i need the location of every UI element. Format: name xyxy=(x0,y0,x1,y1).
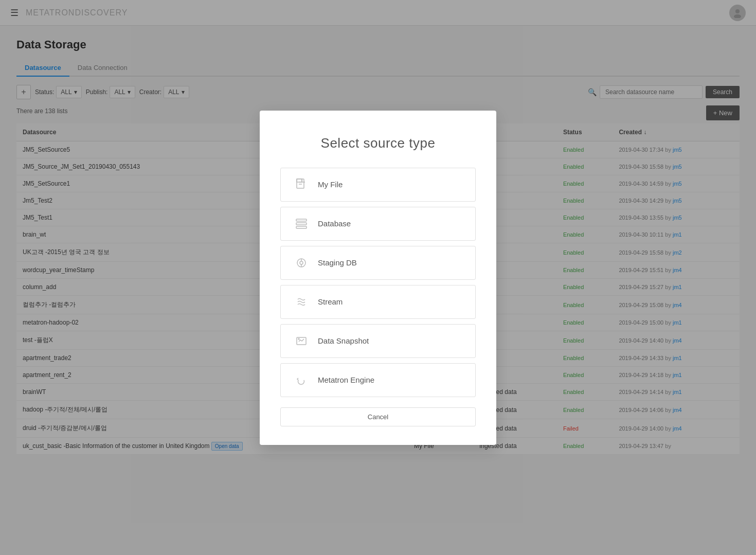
svg-rect-5 xyxy=(297,179,302,182)
modal-overlay[interactable]: Select source type My File Database Stag… xyxy=(0,0,756,467)
snapshot-icon xyxy=(293,333,310,349)
source-option-label: Database xyxy=(318,219,351,228)
source-option-stream[interactable]: Stream xyxy=(280,285,476,319)
modal-options: My File Database Staging DB Stream Data … xyxy=(280,168,476,397)
stream-icon xyxy=(293,294,310,310)
cancel-button[interactable]: Cancel xyxy=(280,407,476,426)
database-icon xyxy=(293,216,310,232)
svg-rect-8 xyxy=(296,226,307,228)
svg-point-10 xyxy=(300,261,303,264)
modal-dialog: Select source type My File Database Stag… xyxy=(260,111,496,445)
file-icon xyxy=(293,176,310,193)
svg-point-14 xyxy=(298,338,299,339)
svg-rect-7 xyxy=(296,223,307,225)
source-option-data-snapshot[interactable]: Data Snapshot xyxy=(280,324,476,358)
source-option-label: Metatron Engine xyxy=(318,375,374,384)
modal-title: Select source type xyxy=(280,135,476,151)
svg-rect-6 xyxy=(296,219,307,221)
source-option-label: Stream xyxy=(318,297,343,306)
source-option-database[interactable]: Database xyxy=(280,207,476,241)
source-option-staging-db[interactable]: Staging DB xyxy=(280,246,476,280)
source-option-metatron-engine[interactable]: Metatron Engine xyxy=(280,363,476,397)
engine-icon xyxy=(293,372,310,388)
svg-rect-2 xyxy=(297,179,304,188)
staging-icon xyxy=(293,255,310,271)
source-option-my-file[interactable]: My File xyxy=(280,168,476,202)
source-option-label: Staging DB xyxy=(318,258,357,267)
source-option-label: My File xyxy=(318,180,343,189)
source-option-label: Data Snapshot xyxy=(318,336,369,345)
